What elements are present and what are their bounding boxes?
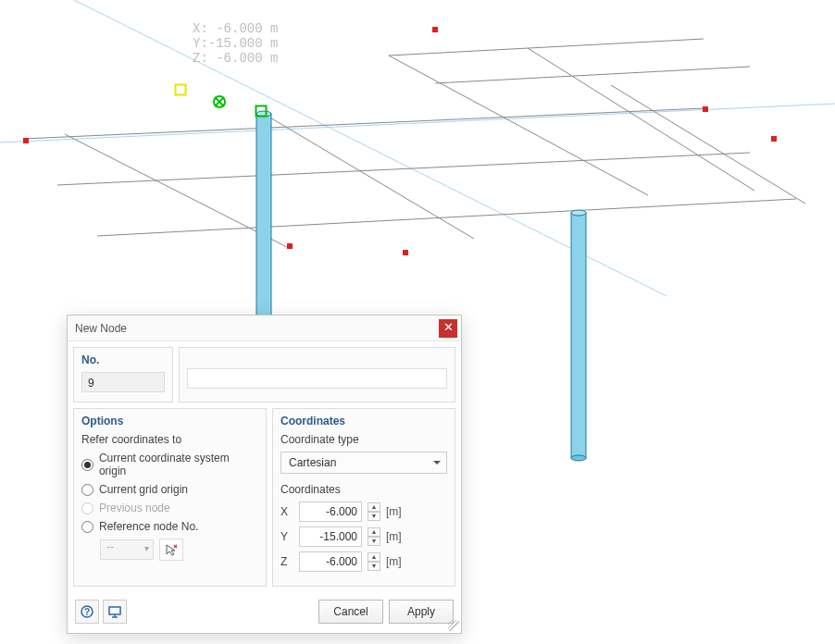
dialog-titlebar[interactable]: New Node ✕	[68, 316, 461, 341]
svg-line-3	[57, 153, 750, 185]
coord-readout-y: Y:-15.000 m	[193, 36, 278, 51]
node-marker	[703, 106, 708, 112]
svg-rect-14	[571, 213, 586, 458]
svg-line-9	[611, 85, 805, 204]
svg-line-8	[528, 48, 754, 191]
radio-previous-node: Previous node	[81, 502, 258, 514]
close-button[interactable]: ✕	[439, 319, 457, 338]
radio-current-grid[interactable]: Current grid origin	[81, 483, 258, 496]
radio-icon	[81, 521, 93, 533]
node-description-panel	[179, 347, 455, 402]
panel-title-no: No.	[81, 353, 165, 366]
radio-icon	[81, 484, 93, 496]
pick-arrow-icon	[165, 543, 178, 556]
coord-row-z: Z -6.000 ▲▼ [m]	[280, 551, 447, 572]
coord-label: Y	[280, 530, 293, 543]
svg-line-1	[0, 0, 667, 296]
unit-label: [m]	[386, 530, 402, 543]
monitor-icon	[107, 605, 122, 618]
options-panel: Options Refer coordinates to Current coo…	[73, 408, 267, 587]
radio-reference-node[interactable]: Reference node No.	[81, 520, 258, 533]
svg-line-4	[97, 199, 796, 236]
svg-text:?: ?	[84, 607, 90, 617]
marker-yellow	[175, 84, 187, 96]
node-marker	[403, 250, 408, 255]
node-marker	[771, 136, 777, 142]
coord-label: Z	[280, 555, 293, 568]
coord-y-input[interactable]: -15.000	[299, 526, 362, 547]
node-marker	[287, 243, 293, 249]
svg-line-7	[389, 56, 648, 195]
new-node-dialog: New Node ✕ No. 9 Options Refer coord	[67, 315, 462, 634]
resize-grip[interactable]	[448, 620, 459, 631]
coord-row-y: Y -15.000 ▲▼ [m]	[280, 526, 447, 547]
pick-node-button[interactable]	[159, 539, 183, 561]
coordinates-title: Coordinates	[280, 415, 447, 427]
reference-node-select: --	[100, 539, 154, 560]
cancel-button[interactable]: Cancel	[318, 600, 383, 624]
coord-z-spinner[interactable]: ▲▼	[368, 552, 380, 571]
node-description-input[interactable]	[187, 368, 447, 389]
marker-green-cross	[213, 95, 226, 108]
coord-type-label: Coordinate type	[280, 433, 447, 446]
coords-list-label: Coordinates	[280, 483, 447, 496]
node-number-input[interactable]: 9	[81, 372, 165, 392]
coord-x-spinner[interactable]: ▲▼	[368, 502, 380, 521]
radio-icon	[81, 459, 93, 471]
options-title: Options	[81, 415, 258, 427]
coord-label: X	[280, 505, 293, 518]
svg-rect-12	[256, 114, 271, 322]
coord-row-x: X -6.000 ▲▼ [m]	[280, 502, 447, 522]
apply-button[interactable]: Apply	[389, 600, 454, 624]
dialog-footer: ? Cancel Apply	[68, 592, 461, 633]
marker-green-box	[255, 105, 268, 118]
coordinate-type-select[interactable]: Cartesian	[280, 452, 447, 474]
svg-line-10	[389, 39, 704, 56]
svg-line-11	[435, 67, 750, 83]
dialog-title: New Node	[75, 322, 127, 335]
view-tool-button[interactable]	[103, 600, 127, 624]
help-icon: ?	[81, 605, 93, 618]
svg-line-0	[0, 104, 835, 142]
svg-point-15	[571, 210, 586, 216]
node-marker	[432, 27, 438, 32]
svg-rect-21	[109, 607, 120, 614]
coord-x-input[interactable]: -6.000	[299, 502, 362, 522]
help-button[interactable]: ?	[75, 600, 99, 624]
svg-point-16	[571, 455, 586, 461]
radio-icon	[81, 502, 93, 514]
node-number-panel: No. 9	[73, 347, 173, 402]
refer-label: Refer coordinates to	[81, 433, 258, 446]
svg-line-5	[65, 134, 287, 247]
node-marker	[23, 138, 29, 143]
coord-readout-x: X: -6.000 m	[193, 21, 278, 36]
coord-z-input[interactable]: -6.000	[299, 551, 362, 572]
close-icon: ✕	[443, 320, 454, 334]
svg-line-6	[259, 111, 474, 239]
coord-readout-z: Z: -6.000 m	[193, 51, 278, 66]
unit-label: [m]	[386, 555, 402, 568]
radio-current-system[interactable]: Current coordinate system origin	[81, 452, 258, 477]
coord-y-spinner[interactable]: ▲▼	[368, 527, 380, 546]
coordinates-panel: Coordinates Coordinate type Cartesian Co…	[272, 408, 455, 587]
unit-label: [m]	[386, 505, 402, 518]
svg-line-2	[23, 108, 704, 139]
